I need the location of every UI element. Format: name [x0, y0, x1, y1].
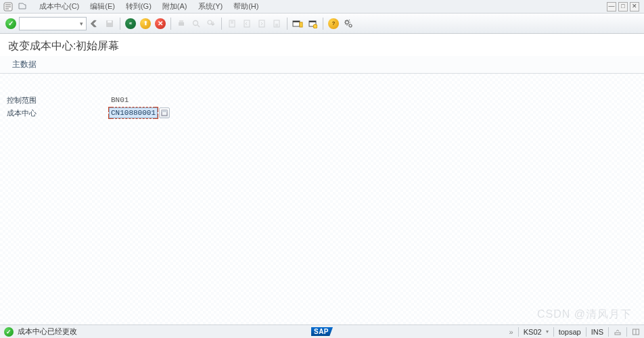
find-next-button[interactable] — [204, 17, 218, 30]
enter-button[interactable]: ✓ — [4, 17, 18, 30]
menu-extras[interactable]: 附加(A) — [157, 0, 193, 13]
command-field[interactable]: ▾ — [19, 17, 87, 30]
controlling-area-label: 控制范围 — [7, 95, 108, 105]
cost-center-label: 成本中心 — [7, 108, 108, 118]
find-button[interactable] — [189, 17, 203, 30]
save-button[interactable] — [103, 17, 116, 30]
shortcut-button[interactable] — [306, 17, 319, 30]
insert-mode[interactable]: INS — [591, 328, 603, 336]
sub-toolbar: 主数据 — [0, 56, 644, 74]
menu-edit[interactable]: 编辑(E) — [85, 0, 120, 13]
new-session-button[interactable] — [291, 17, 304, 30]
svg-point-16 — [313, 24, 317, 28]
toolbar: ✓ ▾ « ⬆ ✕ ? — [0, 14, 644, 34]
exit-button[interactable]: ⬆ — [139, 17, 152, 30]
svg-rect-12 — [293, 21, 300, 22]
svg-rect-9 — [259, 20, 264, 27]
svg-rect-21 — [615, 333, 620, 335]
first-page-button[interactable] — [225, 17, 239, 30]
cost-center-input[interactable] — [109, 107, 158, 118]
minimize-button[interactable]: — — [607, 2, 616, 11]
svg-rect-4 — [179, 20, 183, 22]
app-icon — [3, 1, 14, 12]
status-icon: ✓ — [4, 327, 14, 337]
svg-point-5 — [193, 20, 198, 25]
controlling-area-row: 控制范围 BN01 — [7, 94, 637, 106]
menu-system[interactable]: 系统(Y) — [193, 0, 229, 13]
menu-cost-center[interactable]: 成本中心(C) — [34, 0, 85, 13]
svg-rect-2 — [108, 20, 112, 22]
layout-indicator[interactable] — [632, 328, 640, 336]
svg-rect-8 — [244, 20, 250, 27]
scroll-indicator[interactable] — [614, 328, 622, 336]
svg-rect-20 — [162, 110, 167, 112]
back-button[interactable] — [88, 17, 101, 30]
window-tab-icon[interactable] — [18, 1, 28, 12]
page-title: 改变成本中心:初始屏幕 — [0, 34, 644, 56]
window-controls: — □ ✕ — [607, 2, 641, 11]
status-bar: ✓ 成本中心已经更改 SAP » KS02▾ topsap INS — [0, 324, 644, 338]
print-button[interactable] — [175, 17, 188, 30]
maximize-button[interactable]: □ — [618, 2, 628, 11]
svg-rect-13 — [300, 22, 302, 27]
cost-center-highlight — [108, 107, 158, 119]
menu-goto[interactable]: 转到(G) — [120, 0, 157, 13]
close-button[interactable]: ✕ — [630, 2, 639, 11]
watermark: CSDN @清风月下 — [537, 308, 632, 322]
value-help-button[interactable] — [159, 107, 170, 118]
back-nav-button[interactable]: « — [124, 17, 137, 30]
form-area: 控制范围 BN01 成本中心 — [0, 74, 644, 119]
cost-center-row: 成本中心 — [7, 107, 637, 119]
expand-icon[interactable]: » — [509, 328, 513, 336]
controlling-area-value: BN01 — [108, 95, 156, 105]
svg-point-18 — [349, 24, 352, 27]
next-page-button[interactable] — [255, 17, 269, 30]
svg-point-6 — [208, 20, 212, 24]
sap-logo: SAP — [311, 327, 333, 336]
master-data-button[interactable]: 主数据 — [12, 59, 37, 70]
tcode-display[interactable]: KS02 — [524, 328, 542, 336]
prev-page-button[interactable] — [240, 17, 254, 30]
svg-rect-15 — [309, 21, 316, 22]
settings-button[interactable] — [342, 17, 355, 30]
last-page-button[interactable] — [270, 17, 283, 30]
system-display[interactable]: topsap — [559, 328, 581, 336]
cancel-button[interactable]: ✕ — [154, 17, 167, 30]
status-message: 成本中心已经更改 — [18, 327, 77, 337]
menu-bar: 成本中心(C) 编辑(E) 转到(G) 附加(A) 系统(Y) 帮助(H) — … — [0, 0, 644, 14]
menu-help[interactable]: 帮助(H) — [228, 0, 264, 13]
svg-point-17 — [346, 20, 349, 24]
help-button[interactable]: ? — [327, 17, 340, 30]
svg-rect-3 — [179, 22, 184, 26]
